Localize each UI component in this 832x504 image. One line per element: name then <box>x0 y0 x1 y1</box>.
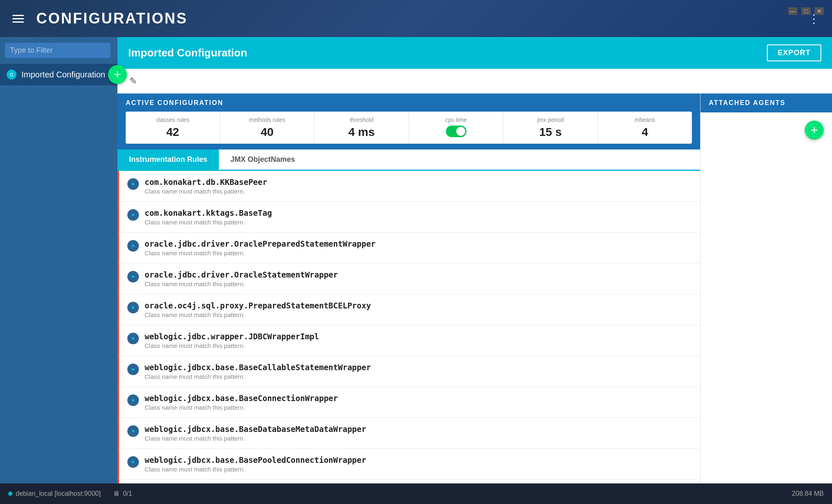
status-agents: 🖥 0/1 <box>113 490 132 497</box>
rule-item[interactable]: weblogic.jdbc.wrapper.JDBCWrapperImpl Cl… <box>117 325 700 356</box>
rule-name: weblogic.jdbcx.base.BaseCallableStatemen… <box>145 363 371 372</box>
rule-content: weblogic.jdbcx.base.BaseDatabaseMetaData… <box>145 425 366 442</box>
sidebar: ⋮ 0 Imported Configuration + <box>0 37 117 483</box>
rule-item[interactable]: com.konakart.db.KKBasePeer Class name mu… <box>117 171 700 202</box>
rule-icon <box>127 456 139 468</box>
split-view: ACTIVE CONFIGURATION classes rules 42 me… <box>117 93 832 483</box>
svg-point-13 <box>132 368 134 371</box>
sidebar-item-imported-config[interactable]: 0 Imported Configuration + <box>0 64 117 85</box>
rule-item[interactable]: weblogic.jdbcx.base.BaseDatabaseMetaData… <box>117 418 700 449</box>
rule-icon <box>127 364 139 375</box>
rule-content: weblogic.jdbcx.base.BaseConnectionWrappe… <box>145 394 338 411</box>
rule-name: weblogic.jdbcx.base.BaseConnectionWrappe… <box>145 394 338 403</box>
rule-name: oracle.jdbc.driver.OracleStatementWrappe… <box>145 270 338 279</box>
content-area: Imported Configuration EXPORT ✎ ACTIVE C… <box>117 37 832 483</box>
agents-icon: 🖥 <box>113 490 120 497</box>
rule-item[interactable]: weblogic.jdbcx.base.BaseConnectionWrappe… <box>117 387 700 418</box>
rule-content: com.konakart.kktags.BaseTag Class name m… <box>145 208 272 226</box>
active-config-stats: classes rules 42 methods rules 40 thresh… <box>126 112 692 144</box>
rule-icon <box>127 333 139 344</box>
header-more-button[interactable]: ⋮ <box>808 12 820 26</box>
rule-desc: Class name must match this pattern. <box>145 404 338 411</box>
stat-label-mbeans: mbeans <box>635 117 655 123</box>
stat-label-threshold: threshold <box>350 117 374 123</box>
connection-dot <box>8 492 12 496</box>
rule-item[interactable]: oracle.jdbc.driver.OracleStatementWrappe… <box>117 264 700 294</box>
rule-desc: Class name must match this pattern. <box>145 311 371 318</box>
tabs-bar: Instrumentation Rules JMX ObjectNames <box>117 149 700 171</box>
rule-icon <box>127 178 139 190</box>
filter-input[interactable] <box>5 43 110 58</box>
stat-mbeans: mbeans 4 <box>598 112 692 144</box>
svg-point-7 <box>132 275 134 278</box>
rule-desc: Class name must match this pattern. <box>145 280 338 287</box>
content-header: Imported Configuration EXPORT <box>117 37 832 69</box>
rule-desc: Class name must match this pattern. <box>145 466 366 473</box>
rule-desc: Class name must match this pattern. <box>145 219 272 226</box>
rule-content: oracle.jdbc.driver.OracleStatementWrappe… <box>145 270 338 287</box>
add-config-button[interactable]: + <box>108 65 127 84</box>
rule-content: com.konakart.db.KKBasePeer Class name mu… <box>145 177 267 195</box>
stat-label-cpu: cpu time <box>445 117 467 123</box>
rule-desc: Class name must match this pattern. <box>145 342 319 349</box>
rule-icon <box>127 209 139 221</box>
rule-icon <box>127 394 139 406</box>
stat-label-classes: classes rules <box>156 117 190 123</box>
svg-point-3 <box>132 214 134 216</box>
agents-header: ATTACHED AGENTS <box>701 93 832 112</box>
agents-panel: ATTACHED AGENTS + <box>700 93 832 483</box>
rule-item[interactable]: weblogic.jdbcx.base.BasePreparedStatemen… <box>117 480 700 483</box>
svg-point-5 <box>132 245 134 247</box>
stat-classes-rules: classes rules 42 <box>126 112 220 144</box>
status-connection: debian_local [localhost:9000] <box>8 490 101 497</box>
rule-name: weblogic.jdbcx.base.BasePooledConnection… <box>145 455 366 464</box>
minimize-button[interactable]: — <box>788 7 797 15</box>
svg-point-1 <box>132 183 134 185</box>
rule-icon <box>127 425 139 437</box>
hamburger-menu[interactable] <box>12 15 24 23</box>
tab-instrumentation-rules[interactable]: Instrumentation Rules <box>117 149 219 170</box>
item-label: Imported Configuration <box>21 70 111 79</box>
rule-item[interactable]: oracle.jdbc.driver.OraclePreparedStateme… <box>117 233 700 264</box>
svg-point-17 <box>132 430 134 432</box>
add-agent-button[interactable]: + <box>805 121 824 140</box>
agents-count: 0/1 <box>123 490 132 497</box>
agents-body: + <box>701 112 832 483</box>
rule-name: weblogic.jdbc.wrapper.JDBCWrapperImpl <box>145 332 319 341</box>
active-config-label: ACTIVE CONFIGURATION <box>126 99 692 107</box>
rule-desc: Class name must match this pattern. <box>145 188 267 195</box>
connection-label: debian_local [localhost:9000] <box>16 490 101 497</box>
rule-name: oracle.jdbc.driver.OraclePreparedStateme… <box>145 239 376 248</box>
sidebar-filter-row: ⋮ <box>0 37 117 64</box>
rules-list: com.konakart.db.KKBasePeer Class name mu… <box>117 171 700 483</box>
stat-cpu-time: cpu time <box>409 112 504 144</box>
rule-item[interactable]: oracle.oc4j.sql.proxy.PreparedStatementB… <box>117 294 700 325</box>
app-title: CONFIGURATIONS <box>36 10 187 27</box>
svg-point-19 <box>132 461 134 463</box>
rule-desc: Class name must match this pattern. <box>145 250 376 257</box>
stat-label-methods: methods rules <box>249 117 285 123</box>
title-bar: — □ ✕ CONFIGURATIONS ⋮ <box>0 0 832 37</box>
cpu-time-toggle[interactable] <box>446 126 466 137</box>
rule-content: oracle.jdbc.driver.OraclePreparedStateme… <box>145 239 376 257</box>
rule-name: com.konakart.kktags.BaseTag <box>145 208 272 217</box>
rule-content: weblogic.jdbcx.base.BaseCallableStatemen… <box>145 363 371 380</box>
main-container: ⋮ 0 Imported Configuration + Imported Co… <box>0 37 832 483</box>
rule-icon <box>127 240 139 252</box>
status-left: debian_local [localhost:9000] 🖥 0/1 <box>8 490 132 497</box>
status-memory: 208.84 MB <box>792 490 824 497</box>
item-badge: 0 <box>7 70 16 79</box>
rule-name: com.konakart.db.KKBasePeer <box>145 177 267 187</box>
edit-icon-button[interactable]: ✎ <box>126 74 141 89</box>
rule-icon <box>127 302 139 313</box>
toolbar-row: ✎ <box>117 69 832 93</box>
svg-point-11 <box>132 337 134 340</box>
rule-item[interactable]: weblogic.jdbcx.base.BaseCallableStatemen… <box>117 356 700 387</box>
main-panel: ACTIVE CONFIGURATION classes rules 42 me… <box>117 93 700 483</box>
rule-item[interactable]: com.konakart.kktags.BaseTag Class name m… <box>117 202 700 233</box>
rule-item[interactable]: weblogic.jdbcx.base.BasePooledConnection… <box>117 449 700 480</box>
rule-content: weblogic.jdbcx.base.BasePooledConnection… <box>145 455 366 473</box>
export-button[interactable]: EXPORT <box>767 44 821 61</box>
rule-name: oracle.oc4j.sql.proxy.PreparedStatementB… <box>145 301 371 310</box>
tab-jmx-object-names[interactable]: JMX ObjectNames <box>219 149 307 170</box>
